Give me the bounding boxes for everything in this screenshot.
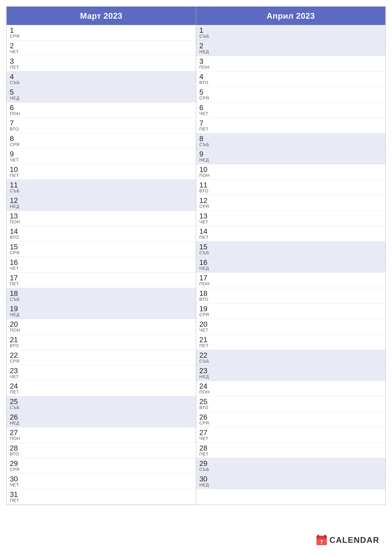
day-row: 8СЪБ [196,133,385,149]
day-info: 9ЧЕТ [10,150,19,162]
day-info: 30НЕД [199,475,209,488]
day-name: ВТО [199,189,208,193]
day-number: 2 [199,42,209,49]
day-number: 16 [10,259,19,266]
day-info: 28ВТО [10,445,19,457]
day-name: ВТО [10,127,19,132]
day-row: 3ПОН [196,56,385,72]
day-info: 20ЧЕТ [199,321,208,333]
day-row: 7ПЕТ [196,118,385,133]
logo-text: CALENDAR [329,535,379,545]
day-name: ПЕТ [10,173,19,178]
day-row: 12НЕД [7,195,196,211]
day-info: 10ПОН [199,166,210,178]
day-name: ПОН [10,219,20,225]
day-row: 28ВТО [7,443,196,458]
day-name: ПОН [199,281,210,286]
day-info: 23ЧЕТ [10,367,19,379]
day-number: 9 [199,150,209,158]
day-row: 21ПЕТ [196,335,385,350]
day-number: 14 [199,228,209,235]
day-info: 26СРЯ [199,413,209,426]
day-name: ПОН [10,111,20,116]
day-number: 30 [10,475,19,482]
day-row: 22СРЯ [7,350,196,365]
day-info: 21ПЕТ [199,336,209,348]
day-info: 21ВТО [10,336,19,348]
day-name: ПОН [199,173,210,178]
day-row: 28ПЕТ [196,443,385,458]
day-number: 7 [199,119,209,127]
day-row: 8СРЯ [7,133,196,149]
day-info: 15СРЯ [10,243,20,255]
day-row: 24ПОН [196,381,385,396]
day-name: ЧЕТ [10,266,19,271]
day-number: 13 [10,212,20,219]
day-info: 31ПЕТ [10,491,19,503]
day-number: 12 [10,197,19,204]
day-name: НЕД [199,482,209,488]
day-info: 13ПОН [10,212,20,225]
day-name: ВТО [10,235,19,240]
day-info: 1СРЯ [10,27,20,39]
day-row: 15СРЯ [7,241,196,257]
day-row: 16НЕД [196,257,385,273]
day-info: 20ПОН [10,321,20,333]
day-info: 12СРЯ [199,197,209,209]
day-row: 27ЧЕТ [196,427,385,443]
day-row: 2НЕД [196,41,385,56]
day-row: 31ПЕТ [7,489,196,505]
day-name: СЪБ [10,297,20,302]
day-number: 2 [10,42,19,49]
day-info: 3ПОН [199,58,210,70]
day-number: 8 [199,135,209,142]
day-number: 11 [199,181,208,189]
day-info: 14ПЕТ [199,228,209,240]
day-name: ПОН [199,65,210,70]
day-number: 31 [10,491,19,498]
day-number: 20 [10,321,20,328]
day-row: 6ЧЕТ [196,102,385,118]
day-number: 30 [199,475,209,482]
day-info: 2НЕД [199,42,209,54]
day-row: 12СРЯ [196,195,385,211]
day-name: ЧЕТ [10,49,19,54]
day-row: 14ВТО [7,226,196,241]
day-number: 24 [10,382,19,390]
day-number: 22 [10,351,20,359]
day-name: СЪБ [199,34,209,39]
day-number: 23 [199,367,209,374]
day-name: ПОН [10,436,20,441]
day-name: ПЕТ [10,498,19,503]
day-number: 26 [10,413,19,421]
day-number: 21 [199,336,209,343]
day-name: ПЕТ [10,65,19,70]
month-header-1: Април 2023 [196,7,385,25]
day-row: 23НЕД [196,365,385,381]
day-name: СЪБ [199,359,209,364]
day-number: 28 [199,445,209,452]
day-number: 8 [10,135,20,142]
day-name: ЧЕТ [199,328,208,333]
day-name: НЕД [199,158,209,162]
day-name: НЕД [199,374,209,379]
day-info: 22СЪБ [199,351,209,364]
day-info: 27ЧЕТ [199,429,208,441]
day-name: СЪБ [199,467,209,472]
day-number: 26 [199,413,209,421]
day-number: 28 [10,445,19,452]
day-number: 15 [199,243,209,250]
day-name: НЕД [10,421,19,426]
day-name: СРЯ [199,204,209,209]
day-number: 27 [199,429,208,436]
day-number: 17 [199,274,210,281]
day-row: 17ПОН [196,273,385,288]
day-name: ЧЕТ [10,158,19,162]
day-row: 10ПЕТ [7,164,196,180]
day-row: 1СЪБ [196,25,385,41]
day-number: 25 [199,398,208,405]
day-number: 5 [199,88,209,96]
day-row: 27ПОН [7,427,196,443]
day-name: ПОН [199,390,210,394]
day-info: 5СРЯ [199,88,209,101]
